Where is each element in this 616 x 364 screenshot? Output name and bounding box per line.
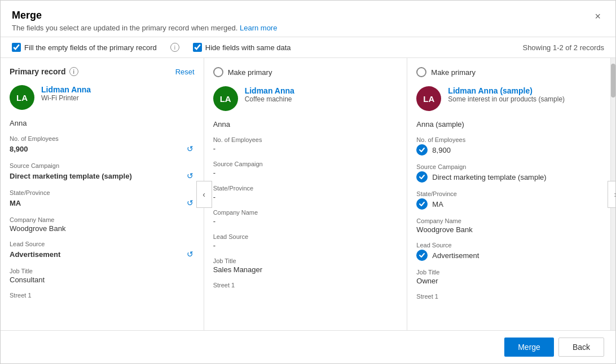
second-field-state-label: State/Province	[213, 185, 398, 192]
third-field-source-campaign: Source Campaign Direct marketing templat…	[416, 163, 601, 183]
primary-field-street1: Street 1	[10, 292, 195, 299]
third-check-lead-source[interactable]	[416, 250, 428, 261]
second-field-employees-value: -	[213, 144, 398, 153]
primary-undo-lead-source[interactable]: ↺	[186, 248, 195, 260]
second-header-label: Make primary	[228, 68, 272, 77]
third-field-state: State/Province MA	[416, 190, 601, 210]
primary-field-job-title-value: Consultant	[10, 276, 195, 284]
primary-field-company-label: Company Name	[10, 216, 195, 223]
right-nav-arrow[interactable]: ›	[608, 181, 615, 208]
third-field-lead-source: Lead Source Advertisement	[416, 242, 601, 261]
primary-record-label: Primary record i	[10, 67, 78, 76]
second-field-street1: Street 1	[213, 282, 398, 288]
info-icon[interactable]: i	[170, 43, 179, 52]
third-field-employees: No. of Employees 8,900	[416, 136, 601, 156]
primary-field-company-value: Woodgrove Bank	[10, 224, 195, 233]
second-firstname: Anna	[213, 120, 398, 128]
primary-undo-employees[interactable]: ↺	[186, 143, 195, 154]
second-field-state-value: -	[213, 193, 398, 201]
column-second: Make primary LA Lidman Anna Coffee machi…	[204, 58, 408, 330]
dialog-title: Merge	[12, 10, 277, 21]
second-record-name: Lidman Anna	[245, 86, 294, 95]
primary-field-source-campaign-row: Direct marketing template (sample) ↺	[10, 170, 195, 181]
primary-field-street1-label: Street 1	[10, 292, 195, 299]
primary-label-text: Primary record	[10, 67, 66, 76]
third-field-employees-row: 8,900	[416, 144, 601, 156]
second-field-employees-label: No. of Employees	[213, 136, 398, 143]
second-field-employees: No. of Employees -	[213, 136, 398, 153]
scrollbar-thumb[interactable]	[611, 64, 615, 97]
merge-button[interactable]: Merge	[504, 338, 554, 357]
fill-empty-label: Fill the empty fields of the primary rec…	[24, 43, 157, 52]
primary-field-state-value: MA	[10, 199, 21, 207]
third-field-street1-label: Street 1	[416, 293, 601, 300]
close-button[interactable]: ×	[591, 10, 604, 24]
third-avatar: LA	[416, 86, 441, 111]
hide-same-label: Hide fields with same data	[205, 43, 291, 52]
second-column-header: Make primary	[213, 67, 398, 77]
dialog-header: Merge The fields you select are updated …	[1, 1, 615, 37]
third-check-state[interactable]	[416, 198, 428, 210]
primary-record-card: LA Lidman Anna Wi-Fi Printer	[10, 85, 195, 110]
hide-same-checkbox[interactable]	[193, 43, 202, 52]
primary-undo-source-campaign[interactable]: ↺	[186, 170, 195, 181]
second-radio[interactable]	[213, 67, 223, 77]
third-field-employees-value: 8,900	[432, 146, 451, 154]
third-field-job-title-label: Job Title	[416, 269, 601, 276]
third-field-state-row: MA	[416, 198, 601, 210]
back-button[interactable]: Back	[558, 338, 604, 357]
reset-link[interactable]: Reset	[175, 68, 195, 76]
second-field-job-title: Job Title Sales Manager	[213, 258, 398, 274]
primary-record-name: Lidman Anna	[41, 85, 91, 94]
third-check-employees[interactable]	[416, 144, 428, 156]
primary-field-state-row: MA ↺	[10, 197, 195, 208]
learn-more-link[interactable]: Learn more	[240, 24, 277, 32]
second-field-company: Company Name -	[213, 209, 398, 225]
primary-field-employees: No. of Employees 8,900 ↺	[10, 135, 195, 154]
second-record-desc: Coffee machine	[245, 95, 294, 103]
third-header-label: Make primary	[431, 68, 476, 77]
third-field-state-value: MA	[432, 200, 443, 208]
primary-field-lead-source-value: Advertisement	[10, 250, 60, 259]
primary-record-desc: Wi-Fi Printer	[41, 94, 91, 102]
third-record-desc: Some interest in our products (sample)	[448, 95, 565, 103]
primary-field-state-label: State/Province	[10, 189, 195, 196]
third-record-card: LA Lidman Anna (sample) Some interest in…	[416, 86, 601, 111]
third-record-info: Lidman Anna (sample) Some interest in ou…	[448, 86, 565, 103]
third-field-street1: Street 1	[416, 293, 601, 300]
third-record-name: Lidman Anna (sample)	[448, 86, 565, 95]
second-field-state: State/Province -	[213, 185, 398, 201]
primary-field-lead-source-label: Lead Source	[10, 241, 195, 247]
third-field-company-value: Woodgrove Bank	[416, 225, 601, 234]
second-field-job-title-label: Job Title	[213, 258, 398, 264]
subtitle-text: The fields you select are updated in the…	[12, 24, 237, 32]
second-field-source-campaign-label: Source Campaign	[213, 161, 398, 167]
primary-record-info: Lidman Anna Wi-Fi Printer	[41, 85, 91, 102]
primary-field-employees-value: 8,900	[10, 145, 28, 153]
second-field-company-value: -	[213, 217, 398, 225]
primary-field-lead-source: Lead Source Advertisement ↺	[10, 241, 195, 260]
third-field-lead-source-row: Advertisement	[416, 250, 601, 261]
primary-field-source-campaign-label: Source Campaign	[10, 162, 195, 169]
primary-field-job-title-label: Job Title	[10, 268, 195, 274]
column-third: Make primary LA Lidman Anna (sample) Som…	[407, 58, 611, 330]
third-field-source-campaign-label: Source Campaign	[416, 163, 601, 170]
merge-dialog: Merge The fields you select are updated …	[0, 0, 616, 364]
primary-info-icon[interactable]: i	[69, 67, 78, 76]
primary-undo-state[interactable]: ↺	[186, 197, 195, 208]
third-radio[interactable]	[416, 67, 426, 77]
primary-field-job-title: Job Title Consultant	[10, 268, 195, 284]
hide-same-checkbox-label[interactable]: Hide fields with same data	[193, 43, 291, 52]
header-content: Merge The fields you select are updated …	[12, 10, 277, 32]
fill-empty-checkbox-label[interactable]: Fill the empty fields of the primary rec…	[12, 43, 157, 52]
primary-avatar: LA	[10, 85, 34, 110]
fill-empty-checkbox[interactable]	[12, 43, 21, 52]
third-column-header: Make primary	[416, 67, 601, 77]
left-nav-arrow[interactable]: ‹	[196, 181, 212, 208]
primary-field-lead-source-row: Advertisement ↺	[10, 248, 195, 260]
primary-field-source-campaign: Source Campaign Direct marketing templat…	[10, 162, 195, 181]
primary-field-employees-row: 8,900 ↺	[10, 143, 195, 154]
primary-field-state: State/Province MA ↺	[10, 189, 195, 208]
third-check-source-campaign[interactable]	[416, 171, 428, 183]
third-field-employees-label: No. of Employees	[416, 136, 601, 143]
